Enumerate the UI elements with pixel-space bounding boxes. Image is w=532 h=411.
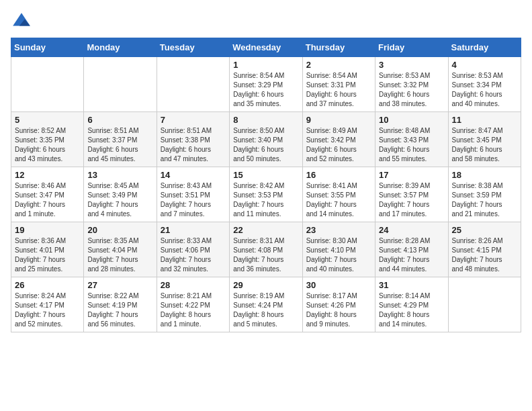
day-number: 22 [233,225,298,235]
day-info: Sunrise: 8:54 AM Sunset: 3:31 PM Dayligh… [306,71,371,109]
calendar-table: SundayMondayTuesdayWednesdayThursdayFrid… [11,38,521,332]
day-info: Sunrise: 8:51 AM Sunset: 3:38 PM Dayligh… [161,126,226,164]
day-info: Sunrise: 8:47 AM Sunset: 3:45 PM Dayligh… [452,126,517,164]
day-number: 3 [379,60,444,70]
day-number: 2 [306,60,371,70]
day-cell: 21Sunrise: 8:33 AM Sunset: 4:06 PM Dayli… [157,222,229,277]
day-info: Sunrise: 8:49 AM Sunset: 3:42 PM Dayligh… [306,126,371,164]
day-info: Sunrise: 8:24 AM Sunset: 4:17 PM Dayligh… [15,291,80,329]
day-info: Sunrise: 8:33 AM Sunset: 4:06 PM Dayligh… [161,236,226,274]
day-cell: 18Sunrise: 8:38 AM Sunset: 3:59 PM Dayli… [448,167,521,222]
day-cell: 11Sunrise: 8:47 AM Sunset: 3:45 PM Dayli… [448,112,521,167]
day-cell: 25Sunrise: 8:26 AM Sunset: 4:15 PM Dayli… [448,222,521,277]
day-number: 17 [379,170,444,180]
day-cell: 5Sunrise: 8:52 AM Sunset: 3:35 PM Daylig… [11,112,84,167]
day-info: Sunrise: 8:30 AM Sunset: 4:10 PM Dayligh… [306,236,371,274]
day-number: 20 [87,225,152,235]
day-cell [448,277,521,332]
week-row-2: 5Sunrise: 8:52 AM Sunset: 3:35 PM Daylig… [11,112,521,167]
day-cell: 24Sunrise: 8:28 AM Sunset: 4:13 PM Dayli… [375,222,448,277]
day-cell [11,57,84,112]
day-cell: 28Sunrise: 8:21 AM Sunset: 4:22 PM Dayli… [157,277,229,332]
day-number: 1 [233,60,298,70]
day-cell: 7Sunrise: 8:51 AM Sunset: 3:38 PM Daylig… [157,112,229,167]
day-number: 7 [161,115,226,125]
header-cell-monday: Monday [84,38,157,57]
day-cell: 29Sunrise: 8:19 AM Sunset: 4:24 PM Dayli… [230,277,302,332]
day-number: 13 [87,170,152,180]
week-row-1: 1Sunrise: 8:54 AM Sunset: 3:29 PM Daylig… [11,57,521,112]
day-cell: 23Sunrise: 8:30 AM Sunset: 4:10 PM Dayli… [302,222,375,277]
day-info: Sunrise: 8:54 AM Sunset: 3:29 PM Dayligh… [233,71,298,109]
day-cell: 2Sunrise: 8:54 AM Sunset: 3:31 PM Daylig… [302,57,375,112]
day-number: 16 [306,170,371,180]
day-cell: 13Sunrise: 8:45 AM Sunset: 3:49 PM Dayli… [84,167,157,222]
day-number: 19 [15,225,80,235]
day-number: 11 [452,115,517,125]
day-info: Sunrise: 8:50 AM Sunset: 3:40 PM Dayligh… [233,126,298,164]
day-info: Sunrise: 8:41 AM Sunset: 3:55 PM Dayligh… [306,181,371,219]
day-cell: 15Sunrise: 8:42 AM Sunset: 3:53 PM Dayli… [230,167,302,222]
day-number: 28 [161,280,226,290]
day-info: Sunrise: 8:45 AM Sunset: 3:49 PM Dayligh… [87,181,152,219]
day-cell: 27Sunrise: 8:22 AM Sunset: 4:19 PM Dayli… [84,277,157,332]
day-info: Sunrise: 8:19 AM Sunset: 4:24 PM Dayligh… [233,291,298,329]
day-number: 21 [161,225,226,235]
day-number: 31 [379,280,444,290]
day-number: 10 [379,115,444,125]
day-info: Sunrise: 8:39 AM Sunset: 3:57 PM Dayligh… [379,181,444,219]
day-cell: 19Sunrise: 8:36 AM Sunset: 4:01 PM Dayli… [11,222,84,277]
day-cell [84,57,157,112]
header-cell-friday: Friday [375,38,448,57]
day-info: Sunrise: 8:42 AM Sunset: 3:53 PM Dayligh… [233,181,298,219]
week-row-5: 26Sunrise: 8:24 AM Sunset: 4:17 PM Dayli… [11,277,521,332]
day-info: Sunrise: 8:14 AM Sunset: 4:29 PM Dayligh… [379,291,444,329]
day-number: 5 [15,115,80,125]
day-number: 26 [15,280,80,290]
day-number: 6 [87,115,152,125]
day-number: 15 [233,170,298,180]
day-number: 27 [87,280,152,290]
day-number: 30 [306,280,371,290]
day-cell: 14Sunrise: 8:43 AM Sunset: 3:51 PM Dayli… [157,167,229,222]
day-number: 12 [15,170,80,180]
day-number: 14 [161,170,226,180]
day-info: Sunrise: 8:17 AM Sunset: 4:26 PM Dayligh… [306,291,371,329]
logo-icon [11,11,32,32]
day-info: Sunrise: 8:43 AM Sunset: 3:51 PM Dayligh… [161,181,226,219]
header-row: SundayMondayTuesdayWednesdayThursdayFrid… [11,38,521,57]
week-row-3: 12Sunrise: 8:46 AM Sunset: 3:47 PM Dayli… [11,167,521,222]
day-cell: 26Sunrise: 8:24 AM Sunset: 4:17 PM Dayli… [11,277,84,332]
day-cell: 12Sunrise: 8:46 AM Sunset: 3:47 PM Dayli… [11,167,84,222]
day-cell: 31Sunrise: 8:14 AM Sunset: 4:29 PM Dayli… [375,277,448,332]
day-cell: 10Sunrise: 8:48 AM Sunset: 3:43 PM Dayli… [375,112,448,167]
day-number: 4 [452,60,517,70]
page-header [11,11,521,32]
day-info: Sunrise: 8:21 AM Sunset: 4:22 PM Dayligh… [161,291,226,329]
day-cell: 17Sunrise: 8:39 AM Sunset: 3:57 PM Dayli… [375,167,448,222]
calendar-body: 1Sunrise: 8:54 AM Sunset: 3:29 PM Daylig… [11,57,521,332]
day-cell: 22Sunrise: 8:31 AM Sunset: 4:08 PM Dayli… [230,222,302,277]
header-cell-wednesday: Wednesday [230,38,302,57]
logo [11,11,35,32]
header-cell-saturday: Saturday [448,38,521,57]
day-number: 8 [233,115,298,125]
day-info: Sunrise: 8:52 AM Sunset: 3:35 PM Dayligh… [15,126,80,164]
day-cell: 4Sunrise: 8:53 AM Sunset: 3:34 PM Daylig… [448,57,521,112]
day-cell: 1Sunrise: 8:54 AM Sunset: 3:29 PM Daylig… [230,57,302,112]
header-cell-sunday: Sunday [11,38,84,57]
day-info: Sunrise: 8:48 AM Sunset: 3:43 PM Dayligh… [379,126,444,164]
day-number: 29 [233,280,298,290]
header-cell-thursday: Thursday [302,38,375,57]
day-info: Sunrise: 8:38 AM Sunset: 3:59 PM Dayligh… [452,181,517,219]
header-cell-tuesday: Tuesday [157,38,229,57]
day-cell [157,57,229,112]
day-cell: 9Sunrise: 8:49 AM Sunset: 3:42 PM Daylig… [302,112,375,167]
day-cell: 3Sunrise: 8:53 AM Sunset: 3:32 PM Daylig… [375,57,448,112]
day-cell: 6Sunrise: 8:51 AM Sunset: 3:37 PM Daylig… [84,112,157,167]
day-info: Sunrise: 8:35 AM Sunset: 4:04 PM Dayligh… [87,236,152,274]
day-info: Sunrise: 8:36 AM Sunset: 4:01 PM Dayligh… [15,236,80,274]
week-row-4: 19Sunrise: 8:36 AM Sunset: 4:01 PM Dayli… [11,222,521,277]
day-number: 9 [306,115,371,125]
day-cell: 16Sunrise: 8:41 AM Sunset: 3:55 PM Dayli… [302,167,375,222]
